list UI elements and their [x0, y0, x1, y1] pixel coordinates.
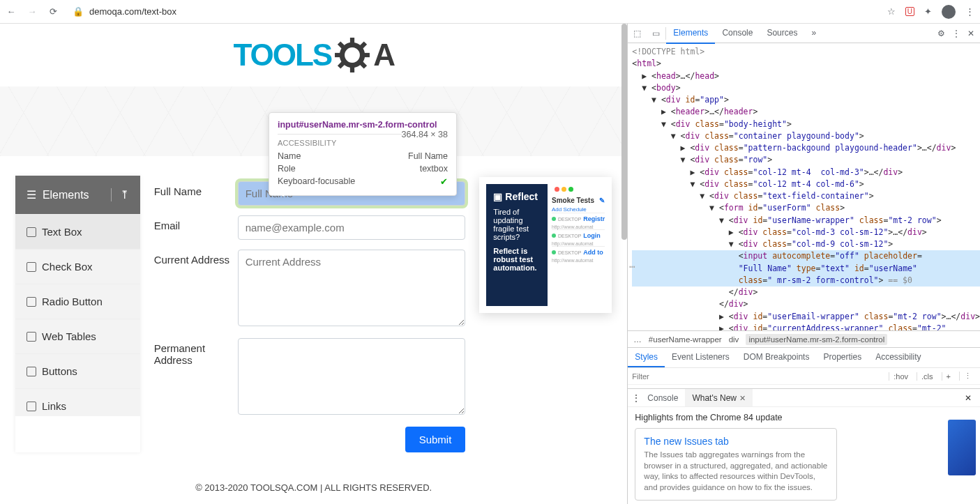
styles-tab-dom-breakpoints[interactable]: DOM Breakpoints [737, 348, 817, 367]
site-logo[interactable]: TOOLS A [233, 37, 394, 73]
devtools-settings-icon[interactable]: ⚙ [937, 29, 945, 38]
close-tab-icon[interactable]: ✕ [739, 394, 746, 402]
current-address-textarea[interactable] [238, 250, 466, 326]
cls-toggle[interactable]: .cls [917, 372, 937, 381]
dom-tree[interactable]: ⋯ <!DOCTYPE html><html> ▶ <head>…</head>… [628, 43, 980, 330]
permanent-address-textarea[interactable] [238, 338, 466, 415]
menu-dots-icon[interactable]: ⋮ [965, 6, 974, 17]
dom-line[interactable]: ▼ <div class="text-field-container"> [632, 190, 980, 202]
overflow-indicator[interactable]: ⋯ [628, 259, 635, 274]
whatsnew-card[interactable]: The new Issues tab The Issues tab aggreg… [635, 428, 837, 501]
page-scrollbar[interactable] [621, 24, 627, 504]
logo-text-1: TOOLS [233, 38, 331, 72]
ad-item-label: Registr [583, 215, 605, 222]
device-toggle-icon[interactable]: ▭ [647, 29, 665, 38]
dom-line[interactable]: ▼ <div id="app"> [632, 94, 980, 106]
breadcrumb[interactable]: … [633, 335, 642, 344]
dom-line[interactable]: ▼ <div class="col-12 mt-4 col-md-6"> [632, 178, 980, 190]
styles-tab-accessibility[interactable]: Accessibility [868, 348, 928, 367]
inspect-tooltip: input#userName.mr-sm-2.form-control 364.… [269, 112, 457, 196]
hov-toggle[interactable]: :hov [889, 372, 912, 381]
ad-line2: Reflect is robust test automation. [493, 247, 541, 272]
styles-tab-event-listeners[interactable]: Event Listeners [665, 348, 737, 367]
styles-tab-properties[interactable]: Properties [816, 348, 868, 367]
dom-line[interactable]: ▶ <div id="userEmail-wrapper" class="mt-… [632, 311, 980, 323]
dom-line[interactable]: "Full Name" type="text" id="userName" [632, 263, 980, 275]
dom-line[interactable]: <!DOCTYPE html> [632, 46, 980, 58]
dom-line[interactable]: ▶ <div class="col-md-3 col-sm-12">…</div… [632, 227, 980, 238]
inspect-element-icon[interactable]: ⬚ [628, 29, 647, 38]
profile-avatar-icon[interactable] [942, 5, 956, 19]
extension-icon-red[interactable]: U [905, 7, 914, 16]
devtools-tab-console[interactable]: Console [715, 23, 760, 44]
sidebar-item-check-box[interactable]: Check Box [15, 249, 140, 284]
dom-line[interactable]: ▼ <div class="row"> [632, 154, 980, 166]
dom-line[interactable]: </div> [632, 298, 980, 310]
forward-button[interactable]: → [27, 6, 38, 17]
devtools-menu-icon[interactable]: ⋮ [952, 29, 960, 38]
sidebar-header[interactable]: ☰ Elements ⤒ [15, 176, 140, 214]
drawer-menu-icon[interactable]: ⋮ [632, 393, 640, 403]
styles-filter-input[interactable] [632, 372, 728, 381]
devtools-tab-sources[interactable]: Sources [760, 23, 804, 44]
extensions-icon[interactable]: ✦ [924, 6, 932, 17]
sidebar-item-links[interactable]: Links [15, 388, 140, 416]
logo-text-2: A [373, 38, 394, 72]
ad-banner[interactable]: ▣Reflect Tired of updating fragile test … [479, 177, 612, 313]
drawer-close-icon[interactable]: ✕ [960, 393, 976, 403]
fullname-label: Full Name [154, 181, 238, 197]
styles-tab-styles[interactable]: Styles [628, 348, 665, 367]
drawer-tab-console[interactable]: Console [640, 389, 685, 407]
dom-line[interactable]: ▶ <header>…</header> [632, 106, 980, 118]
dom-line[interactable]: <input autocomplete="off" placeholder= [632, 250, 980, 262]
dom-line[interactable]: ▶ <div id="currentAddress-wrapper" class… [632, 323, 980, 330]
back-button[interactable]: ← [6, 6, 17, 17]
dom-line[interactable]: ▶ <head>…</head> [632, 70, 980, 82]
svg-rect-4 [363, 53, 370, 57]
add-rule-button[interactable]: + [942, 372, 955, 381]
dom-line[interactable]: ▼ <div id="userName-wrapper" class="mt-2… [632, 215, 980, 227]
reload-button[interactable]: ⟳ [47, 6, 59, 17]
breadcrumb-selected[interactable]: input#userName.mr-sm-2.form-control [746, 334, 887, 345]
dom-line[interactable]: ▼ <form id="userForm" class> [632, 202, 980, 214]
promo-graphic [948, 420, 976, 475]
item-icon [27, 227, 36, 237]
drawer-tab-whatsnew[interactable]: What's New✕ [685, 389, 753, 407]
ad-panel-title: Smoke Tests [552, 197, 594, 204]
item-icon [27, 332, 36, 342]
dom-line[interactable]: class=" mr-sm-2 form-control"> == $0 [632, 275, 980, 287]
tooltip-name-value: Full Name [408, 151, 448, 161]
dom-line[interactable]: ▼ <div class="col-md-9 col-sm-12"> [632, 238, 980, 250]
tooltip-section: ACCESSIBILITY [278, 139, 448, 147]
more-icon[interactable]: ⋮ [959, 372, 976, 381]
address-bar[interactable]: 🔒 demoqa.com/text-box [67, 6, 879, 17]
star-icon[interactable]: ☆ [887, 6, 896, 17]
dom-line[interactable]: ▼ <body> [632, 82, 980, 94]
current-address-label: Current Address [154, 250, 238, 266]
tooltip-role-value: textbox [420, 164, 448, 174]
ad-item-label: Add to [583, 249, 603, 256]
devtools-tab-elements[interactable]: Elements [666, 23, 715, 44]
dom-line[interactable]: ▼ <div class="container playgound-body"> [632, 130, 980, 142]
dom-line[interactable]: </div> [632, 287, 980, 298]
email-input[interactable] [238, 215, 466, 240]
sidebar: ☰ Elements ⤒ Text Box Check Box Radio Bu… [15, 176, 140, 452]
svg-rect-2 [350, 66, 354, 72]
url-text: demoqa.com/text-box [89, 6, 176, 17]
breadcrumb[interactable]: div [729, 335, 739, 344]
devtools-tab-more[interactable]: » [804, 23, 823, 44]
sidebar-item-text-box[interactable]: Text Box [15, 214, 140, 249]
dom-line[interactable]: ▼ <div class="body-height"> [632, 119, 980, 130]
sidebar-item-label: Check Box [42, 261, 93, 273]
dom-line[interactable]: <html> [632, 58, 980, 70]
submit-button[interactable]: Submit [405, 427, 466, 452]
sidebar-item-web-tables[interactable]: Web Tables [15, 319, 140, 353]
sidebar-item-buttons[interactable]: Buttons [15, 353, 140, 388]
breadcrumb[interactable]: #userName-wrapper [649, 335, 722, 344]
dom-line[interactable]: ▶ <div class="col-12 mt-4 col-md-3">…</d… [632, 167, 980, 178]
sidebar-item-radio-button[interactable]: Radio Button [15, 284, 140, 319]
dom-line[interactable]: ▶ <div class="pattern-backgound playgoun… [632, 142, 980, 154]
sidebar-item-label: Radio Button [42, 296, 103, 307]
permanent-address-label: Permanent Address [154, 338, 238, 366]
devtools-close-icon[interactable]: ✕ [967, 29, 974, 38]
